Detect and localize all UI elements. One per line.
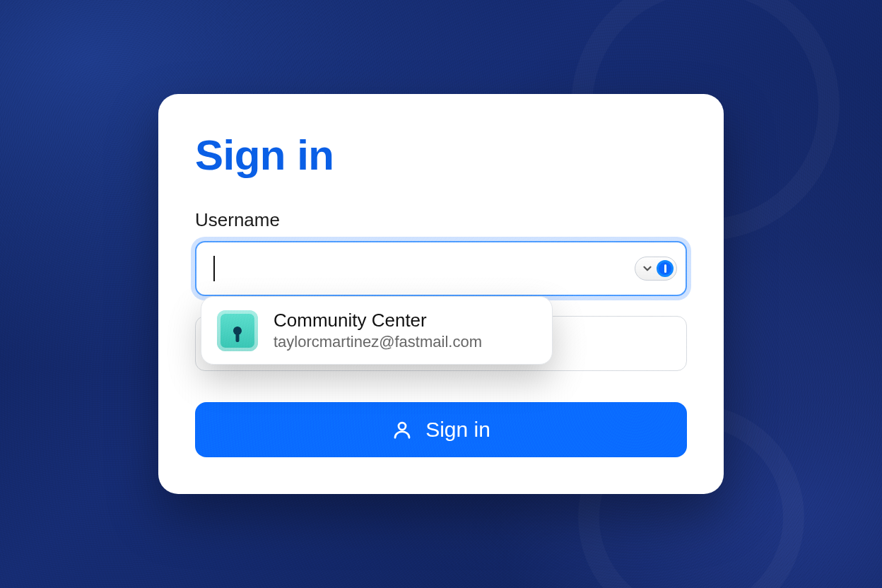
autofill-suggestion[interactable]: Community Center taylorcmartinez@fastmai… — [201, 296, 553, 365]
one-password-icon — [657, 260, 674, 277]
autofill-suggestion-text: Community Center taylorcmartinez@fastmai… — [274, 310, 482, 351]
username-label: Username — [195, 209, 687, 231]
svg-point-0 — [399, 423, 406, 430]
page-title: Sign in — [195, 131, 687, 180]
signin-button[interactable]: Sign in — [195, 402, 687, 457]
password-manager-pill[interactable] — [635, 257, 677, 281]
chevron-down-icon — [641, 262, 654, 275]
autofill-suggestion-title: Community Center — [274, 310, 482, 331]
user-icon — [392, 419, 413, 440]
username-input[interactable] — [195, 241, 687, 296]
autofill-suggestion-subtitle: taylorcmartinez@fastmail.com — [274, 333, 482, 351]
vault-lock-icon — [217, 310, 258, 351]
username-field-wrap: Community Center taylorcmartinez@fastmai… — [195, 241, 687, 296]
text-caret — [213, 256, 215, 281]
signin-button-label: Sign in — [425, 418, 490, 442]
signin-card: Sign in Username Community Center taylor… — [158, 94, 724, 494]
